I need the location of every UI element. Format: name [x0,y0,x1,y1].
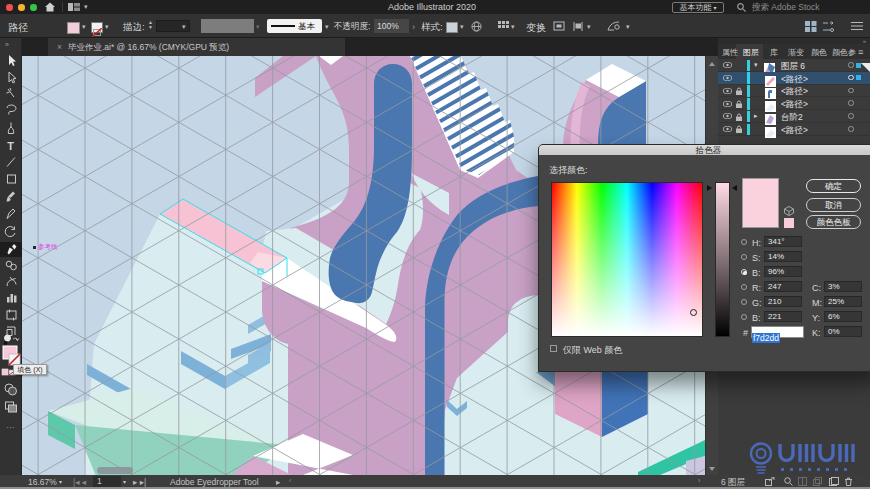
svg-text:⋯: ⋯ [6,423,14,432]
svg-text:»: » [5,41,9,48]
svg-text:参考线: 参考线 [38,243,58,251]
svg-text:T: T [7,140,14,152]
